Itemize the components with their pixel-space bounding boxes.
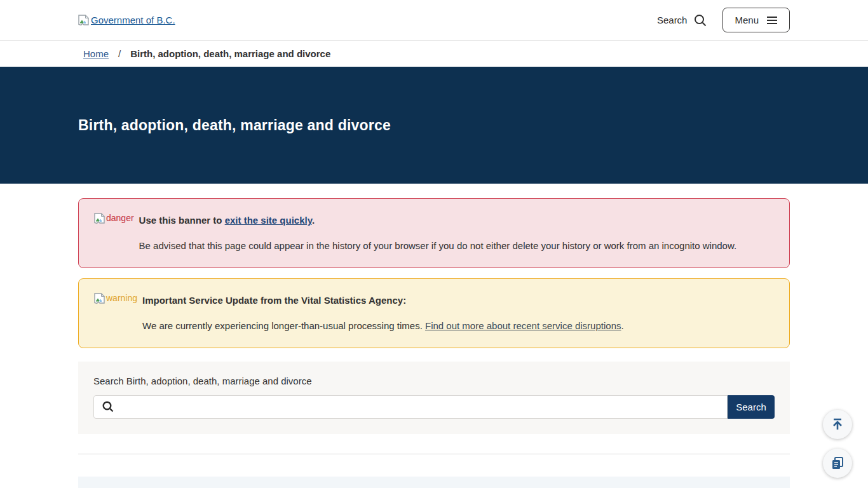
site-header: Government of B.C. Search Menu [0,0,868,41]
breadcrumb-home-link[interactable]: Home [83,48,109,59]
danger-alert-body: Be advised that this page could appear i… [139,238,774,254]
search-row: Search [93,395,775,419]
breadcrumb: Home / Birth, adoption, death, marriage … [78,48,330,59]
popular-topics-panel: Popular Topics [78,477,790,488]
warning-body-suffix: . [621,320,623,331]
danger-heading-prefix: Use this banner to [139,215,225,226]
search-panel-label: Search Birth, adoption, death, marriage … [93,376,775,386]
danger-alert-banner: danger Use this banner to exit the site … [78,198,790,268]
page-title: Birth, adoption, death, marriage and div… [78,117,391,134]
danger-broken-image: danger [94,213,134,224]
danger-alert-heading: Use this banner to exit the site quickly… [139,213,774,228]
broken-image-icon [94,213,105,224]
warning-alert-body: We are currently experiencing longer-tha… [142,318,774,334]
breadcrumb-bar: Home / Birth, adoption, death, marriage … [0,41,868,67]
section-divider [78,454,790,454]
header-search-label: Search [657,15,688,25]
warning-alert-banner: warning Important Service Update from th… [78,278,790,348]
warning-broken-image: warning [94,293,137,304]
search-icon [102,400,114,413]
search-input-wrap [93,395,728,419]
search-input[interactable] [93,395,728,419]
back-to-top-button[interactable] [823,410,852,439]
warning-alert-content: Important Service Update from the Vital … [142,293,774,334]
back-to-top-icon [831,417,844,431]
breadcrumb-separator: / [118,48,121,59]
topic-search-panel: Search Birth, adoption, death, marriage … [78,362,790,434]
logo-alt-text: Government of B.C. [91,15,175,25]
exit-site-quickly-link[interactable]: exit the site quickly [225,215,312,226]
warning-alert-heading: Important Service Update from the Vital … [142,293,774,308]
copy-icon [831,456,844,470]
menu-button[interactable]: Menu [722,8,790,32]
main-content: danger Use this banner to exit the site … [78,198,790,488]
hero-banner: Birth, adoption, death, marriage and div… [0,67,868,184]
danger-heading-suffix: . [312,215,315,226]
hamburger-icon [766,16,778,25]
breadcrumb-current-page: Birth, adoption, death, marriage and div… [130,48,330,59]
header-search-button[interactable]: Search [657,13,708,27]
search-submit-button[interactable]: Search [728,395,775,419]
menu-label: Menu [735,15,759,25]
copy-contents-button[interactable] [823,449,852,478]
header-actions: Search Menu [657,8,790,32]
danger-alt-text: danger [106,213,134,223]
government-bc-logo-link[interactable]: Government of B.C. [78,15,175,26]
service-disruptions-link[interactable]: Find out more about recent service disru… [425,320,621,331]
warning-alt-text: warning [106,293,137,303]
broken-image-icon [94,293,105,304]
search-icon [693,13,707,27]
broken-image-icon [78,15,90,26]
danger-alert-content: Use this banner to exit the site quickly… [139,213,774,254]
warning-body-prefix: We are currently experiencing longer-tha… [142,320,425,331]
